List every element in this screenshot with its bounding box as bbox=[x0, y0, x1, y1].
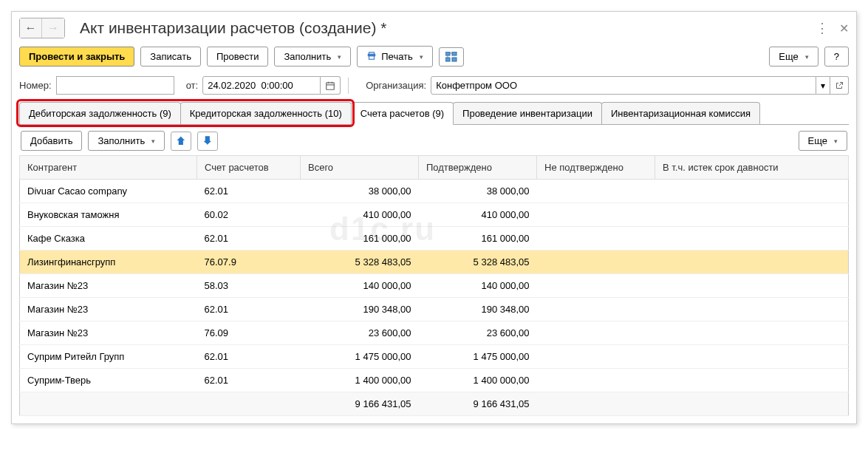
open-icon bbox=[835, 81, 844, 90]
footer-confirmed: 9 166 431,05 bbox=[419, 392, 537, 416]
svg-rect-4 bbox=[452, 58, 457, 61]
nav-buttons: ← → bbox=[19, 18, 65, 38]
nav-back-button[interactable]: ← bbox=[20, 18, 42, 38]
more-button[interactable]: Еще▾ bbox=[769, 47, 818, 67]
kebab-menu-icon[interactable]: ⋮ bbox=[816, 20, 829, 36]
tab-1[interactable]: Кредиторская задолженность (10) bbox=[180, 102, 352, 124]
chevron-down-icon: ▾ bbox=[834, 137, 838, 145]
svg-rect-2 bbox=[452, 52, 457, 55]
org-open-button[interactable] bbox=[830, 76, 849, 95]
number-input[interactable] bbox=[56, 76, 174, 95]
page-title: Акт инвентаризации расчетов (создание) * bbox=[80, 19, 816, 37]
calendar-icon bbox=[325, 81, 335, 91]
main-toolbar: Провести и закрыть Записать Провести Зап… bbox=[19, 46, 849, 67]
add-button[interactable]: Добавить bbox=[21, 131, 82, 151]
move-down-button[interactable]: 🡇 bbox=[197, 132, 218, 151]
calendar-button[interactable] bbox=[321, 76, 341, 95]
tab-3[interactable]: Проведение инвентаризации bbox=[453, 102, 602, 124]
chevron-down-icon: ▾ bbox=[420, 53, 423, 61]
table-row[interactable]: Магазин №2376.0923 600,0023 600,00 bbox=[20, 321, 849, 345]
close-icon[interactable]: ✕ bbox=[839, 21, 849, 35]
col-unconfirmed[interactable]: Не подтверждено bbox=[537, 156, 655, 180]
move-up-button[interactable]: 🡅 bbox=[171, 132, 191, 151]
printer-icon bbox=[366, 50, 377, 63]
tab-2[interactable]: Счета расчетов (9) bbox=[351, 102, 454, 125]
tab-fill-button[interactable]: Заполнить▾ bbox=[88, 131, 165, 151]
structure-button[interactable] bbox=[439, 47, 464, 67]
window: ← → Акт инвентаризации расчетов (создани… bbox=[11, 11, 857, 424]
date-input[interactable] bbox=[202, 76, 321, 95]
title-bar: ← → Акт инвентаризации расчетов (создани… bbox=[19, 18, 849, 38]
tab-4[interactable]: Инвентаризационная комиссия bbox=[601, 102, 760, 124]
form-row: Номер: от: Организация: ▾ bbox=[19, 76, 849, 95]
post-button[interactable]: Провести bbox=[207, 47, 269, 67]
table-footer-row: 9 166 431,05 9 166 431,05 bbox=[20, 392, 849, 416]
chevron-down-icon: ▾ bbox=[338, 53, 341, 61]
table-row[interactable]: Суприм Ритейл Групп62.011 475 000,001 47… bbox=[20, 345, 849, 369]
svg-rect-7 bbox=[327, 82, 335, 89]
tab-more-button[interactable]: Еще▾ bbox=[799, 131, 847, 151]
tabs: Дебиторская задолженность (9)Кредиторска… bbox=[19, 102, 849, 125]
help-button[interactable]: ? bbox=[824, 47, 849, 67]
number-label: Номер: bbox=[19, 80, 52, 91]
table-row[interactable]: Divuar Cacao company62.0138 000,0038 000… bbox=[20, 180, 849, 203]
nav-forward-button[interactable]: → bbox=[42, 18, 64, 38]
arrow-up-icon: 🡅 bbox=[176, 135, 186, 147]
org-label: Организация: bbox=[366, 80, 426, 91]
tab-toolbar: Добавить Заполнить▾ 🡅 🡇 Еще▾ bbox=[19, 131, 849, 151]
col-contractor[interactable]: Контрагент bbox=[20, 156, 197, 180]
structure-icon bbox=[445, 52, 457, 62]
post-and-close-button[interactable]: Провести и закрыть bbox=[19, 47, 134, 67]
col-confirmed[interactable]: Подтверждено bbox=[419, 156, 537, 180]
col-expired[interactable]: В т.ч. истек срок давности bbox=[655, 156, 849, 180]
svg-rect-0 bbox=[369, 56, 375, 60]
col-total[interactable]: Всего bbox=[301, 156, 419, 180]
table-row[interactable]: Магазин №2362.01190 348,00190 348,00 bbox=[20, 298, 849, 321]
table-row[interactable]: Внуковская таможня60.02410 000,00410 000… bbox=[20, 203, 849, 227]
data-table: Контрагент Счет расчетов Всего Подтвержд… bbox=[19, 155, 849, 416]
print-button[interactable]: Печать▾ bbox=[357, 46, 433, 67]
fill-button[interactable]: Заполнить▾ bbox=[274, 47, 351, 67]
org-dropdown-button[interactable]: ▾ bbox=[816, 76, 830, 95]
write-button[interactable]: Записать bbox=[140, 47, 201, 67]
table-header-row: Контрагент Счет расчетов Всего Подтвержд… bbox=[20, 156, 849, 180]
chevron-down-icon: ▾ bbox=[151, 137, 155, 145]
date-label: от: bbox=[186, 80, 199, 91]
svg-rect-3 bbox=[445, 58, 450, 61]
footer-total: 9 166 431,05 bbox=[301, 392, 419, 416]
tab-0[interactable]: Дебиторская задолженность (9) bbox=[19, 102, 181, 124]
table-row[interactable]: Суприм-Тверь62.011 400 000,001 400 000,0… bbox=[20, 369, 849, 392]
table-row[interactable]: Кафе Сказка62.01161 000,00161 000,00 bbox=[20, 227, 849, 251]
table-row[interactable]: Магазин №2358.03140 000,00140 000,00 bbox=[20, 274, 849, 298]
arrow-down-icon: 🡇 bbox=[202, 135, 213, 147]
table-row[interactable]: Лизингфинансгрупп76.07.95 328 483,055 32… bbox=[20, 251, 849, 274]
col-account[interactable]: Счет расчетов bbox=[197, 156, 301, 180]
chevron-down-icon: ▾ bbox=[805, 53, 809, 61]
org-input[interactable] bbox=[431, 76, 816, 95]
svg-rect-1 bbox=[445, 52, 450, 55]
